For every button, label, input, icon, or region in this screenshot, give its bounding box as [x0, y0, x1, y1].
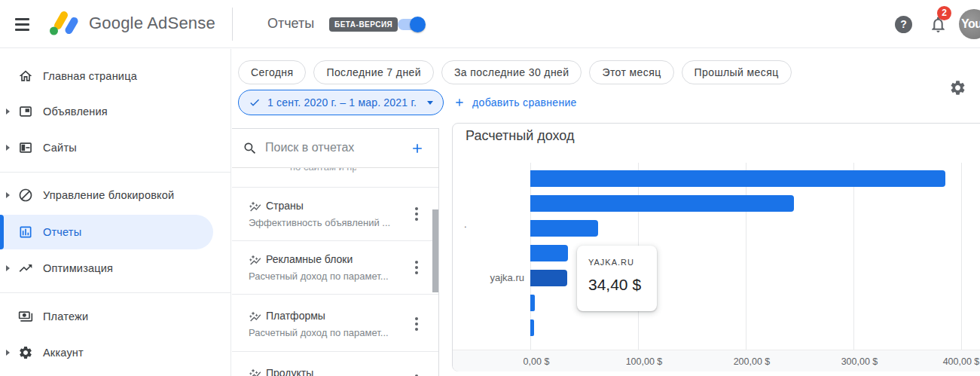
- expand-caret-icon: [6, 109, 10, 115]
- adsense-logo-icon: [47, 8, 81, 39]
- expand-caret-icon: [6, 192, 10, 198]
- chip-last-7-days[interactable]: Последние 7 дней: [313, 60, 433, 84]
- report-item-ad-units[interactable]: Рекламные блоки Расчетный доход по парам…: [232, 240, 438, 294]
- bar-5[interactable]: [530, 295, 535, 311]
- reports-icon: [18, 225, 33, 240]
- sidebar-divider: [0, 292, 231, 293]
- selected-indicator: [0, 215, 4, 249]
- sidebar-item-reports[interactable]: Отчеты: [0, 214, 231, 250]
- x-tick-label: 300,00 $: [841, 356, 878, 367]
- reports-list-panel: Поиск в отчетах по сайтам и приложениям …: [232, 128, 439, 376]
- clipped-list-item: по сайтам и приложениям: [290, 168, 356, 176]
- report-item-platforms[interactable]: Платформы Расчетный доход по парамет...: [232, 294, 438, 351]
- payments-icon: [18, 309, 33, 324]
- date-range-chip[interactable]: 1 сент. 2020 г. – 1 мар. 2021 г.: [238, 90, 444, 115]
- trending-up-icon: [18, 261, 33, 276]
- sidebar-item-blocking[interactable]: Управление блокировкой: [0, 177, 231, 213]
- bar-0[interactable]: [530, 170, 945, 187]
- sidebar-item-ads[interactable]: Объявления: [0, 93, 231, 130]
- search-input[interactable]: Поиск в отчетах: [265, 141, 354, 154]
- bar-6[interactable]: [530, 319, 534, 336]
- scrollbar[interactable]: [432, 209, 438, 292]
- date-range-row: 1 сент. 2020 г. – 1 мар. 2021 г. добавит…: [238, 90, 577, 115]
- sidebar-item-payments[interactable]: Платежи: [0, 298, 231, 335]
- bar-2[interactable]: [530, 220, 598, 237]
- search-bar: Поиск в отчетах: [232, 129, 438, 168]
- gridline: [853, 163, 854, 350]
- add-comparison-button[interactable]: добавить сравнение: [453, 96, 577, 109]
- beta-toggle[interactable]: [398, 19, 423, 30]
- x-axis: 0,00 $100,00 $200,00 $300,00 $400,00 $: [453, 350, 980, 371]
- check-icon: [249, 96, 261, 109]
- item-menu-icon[interactable]: [415, 207, 418, 223]
- expand-caret-icon: [6, 350, 10, 356]
- search-icon: [243, 141, 258, 159]
- chevron-down-icon: [427, 101, 433, 105]
- ads-icon: [18, 104, 33, 119]
- chip-this-month[interactable]: Этот месяц: [589, 60, 673, 84]
- y-axis-label: yajka.ru: [453, 270, 524, 286]
- sidebar-item-home[interactable]: Главная страница: [0, 58, 231, 94]
- x-tick-label: 100,00 $: [626, 356, 663, 367]
- sidebar-divider: [0, 172, 231, 173]
- x-tick-label: 400,00 $: [943, 356, 980, 367]
- top-app-bar: Google AdSense Отчеты БЕТА-ВЕРСИЯ ? 2 Yo…: [0, 0, 980, 48]
- estimated-earnings-card: Расчетный доход yajka.ru . YAJKA.RU 34,4…: [452, 123, 980, 371]
- sidebar-nav: Главная страница Объявления Сайты Управл…: [0, 49, 231, 376]
- help-icon[interactable]: ?: [895, 16, 912, 33]
- gridline: [961, 163, 962, 350]
- account-avatar[interactable]: You: [959, 9, 980, 39]
- adsense-reports-page: Google AdSense Отчеты БЕТА-ВЕРСИЯ ? 2 Yo…: [0, 0, 980, 376]
- bar-1[interactable]: [530, 195, 794, 212]
- tooltip-value: 34,40 $: [588, 276, 646, 294]
- sidebar-item-account[interactable]: Аккаунт: [0, 335, 231, 371]
- chip-last-month[interactable]: Прошлый месяц: [682, 60, 792, 84]
- gear-icon: [18, 345, 33, 360]
- add-report-button[interactable]: [410, 141, 425, 159]
- chart-title: Расчетный доход: [466, 128, 574, 144]
- chip-today[interactable]: Сегодня: [238, 60, 306, 84]
- tooltip-title: YAJKA.RU: [588, 258, 646, 267]
- content-area: Сегодня Последние 7 дней За последние 30…: [232, 49, 980, 376]
- plus-icon: [453, 96, 466, 109]
- auto-graph-icon: [249, 368, 261, 376]
- bar-4[interactable]: [530, 270, 567, 286]
- gridline: [746, 163, 746, 350]
- item-menu-icon[interactable]: [415, 317, 418, 333]
- bar-3[interactable]: [530, 245, 568, 261]
- topbar-divider: [232, 8, 233, 41]
- auto-graph-icon: [249, 310, 261, 326]
- auto-graph-icon: [249, 200, 261, 216]
- home-icon: [18, 69, 33, 84]
- product-name: Google AdSense: [89, 14, 215, 33]
- x-tick-label: 0,00 $: [524, 356, 550, 367]
- chip-last-30-days[interactable]: За последние 30 дней: [441, 60, 582, 84]
- expand-caret-icon: [6, 265, 10, 271]
- report-settings-gear-icon[interactable]: [949, 79, 966, 99]
- x-tick-label: 200,00 $: [734, 356, 771, 367]
- notification-count-badge: 2: [937, 6, 951, 20]
- auto-graph-icon: [249, 254, 261, 270]
- date-preset-chips: Сегодня Последние 7 дней За последние 30…: [238, 60, 792, 84]
- block-icon: [18, 188, 33, 203]
- menu-icon[interactable]: [15, 18, 29, 30]
- sidebar-item-optimization[interactable]: Оптимизация: [0, 250, 231, 286]
- adsense-logo[interactable]: Google AdSense: [47, 8, 215, 39]
- sidebar-item-sites[interactable]: Сайты: [0, 130, 231, 166]
- chart-tooltip: YAJKA.RU 34,40 $: [577, 246, 657, 311]
- sites-icon: [18, 140, 33, 155]
- report-item-products[interactable]: Продукты: [232, 351, 438, 376]
- report-item-countries[interactable]: Страны Эффективность объявлений ...: [232, 187, 438, 240]
- beta-badge: БЕТА-ВЕРСИЯ: [329, 17, 398, 32]
- page-title: Отчеты: [267, 16, 314, 32]
- y-axis-tiny-label: .: [464, 219, 467, 230]
- expand-caret-icon: [6, 145, 10, 151]
- item-menu-icon[interactable]: [415, 261, 418, 277]
